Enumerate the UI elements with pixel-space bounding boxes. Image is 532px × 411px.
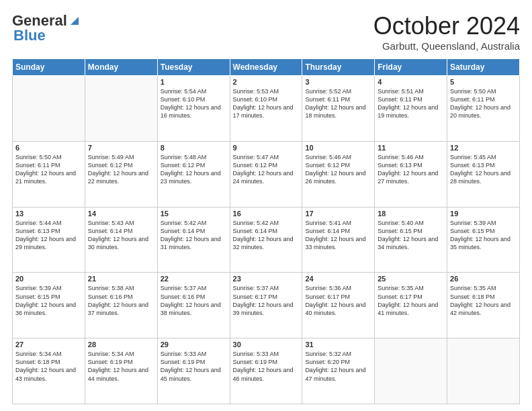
day-number: 8: [161, 144, 227, 152]
day-number: 14: [88, 210, 154, 218]
calendar-cell: 13Sunrise: 5:44 AM Sunset: 6:13 PM Dayli…: [13, 207, 85, 273]
calendar-cell: 8Sunrise: 5:48 AM Sunset: 6:12 PM Daylig…: [157, 141, 230, 207]
day-info: Sunrise: 5:50 AM Sunset: 6:11 PM Dayligh…: [450, 87, 517, 120]
calendar-cell: 26Sunrise: 5:35 AM Sunset: 6:18 PM Dayli…: [447, 273, 520, 338]
day-number: 15: [161, 210, 227, 218]
day-info: Sunrise: 5:36 AM Sunset: 6:17 PM Dayligh…: [305, 284, 371, 317]
day-info: Sunrise: 5:35 AM Sunset: 6:17 PM Dayligh…: [378, 284, 444, 317]
calendar-cell: 21Sunrise: 5:38 AM Sunset: 6:16 PM Dayli…: [85, 273, 157, 338]
calendar-cell: 22Sunrise: 5:37 AM Sunset: 6:16 PM Dayli…: [157, 273, 230, 338]
calendar-cell: 14Sunrise: 5:43 AM Sunset: 6:14 PM Dayli…: [85, 207, 157, 273]
title-block: October 2024 Garbutt, Queensland, Austra…: [373, 12, 520, 52]
calendar-cell: 30Sunrise: 5:33 AM Sunset: 6:19 PM Dayli…: [230, 338, 302, 404]
calendar-cell: [85, 76, 157, 142]
day-info: Sunrise: 5:50 AM Sunset: 6:11 PM Dayligh…: [15, 153, 82, 186]
day-info: Sunrise: 5:46 AM Sunset: 6:13 PM Dayligh…: [378, 153, 444, 186]
calendar-week-2: 6Sunrise: 5:50 AM Sunset: 6:11 PM Daylig…: [13, 141, 520, 207]
day-info: Sunrise: 5:37 AM Sunset: 6:17 PM Dayligh…: [233, 284, 300, 317]
calendar-cell: [447, 338, 520, 404]
day-info: Sunrise: 5:40 AM Sunset: 6:15 PM Dayligh…: [378, 219, 444, 252]
day-info: Sunrise: 5:35 AM Sunset: 6:18 PM Dayligh…: [450, 284, 517, 317]
day-number: 19: [450, 210, 517, 218]
day-number: 11: [378, 144, 444, 152]
day-number: 16: [233, 210, 300, 218]
calendar-cell: 31Sunrise: 5:32 AM Sunset: 6:20 PM Dayli…: [302, 338, 375, 404]
calendar-cell: 9Sunrise: 5:47 AM Sunset: 6:12 PM Daylig…: [230, 141, 302, 207]
day-info: Sunrise: 5:33 AM Sunset: 6:19 PM Dayligh…: [161, 350, 227, 383]
calendar-header-tuesday: Tuesday: [157, 59, 230, 76]
day-info: Sunrise: 5:34 AM Sunset: 6:19 PM Dayligh…: [88, 350, 154, 383]
day-info: Sunrise: 5:43 AM Sunset: 6:14 PM Dayligh…: [88, 219, 154, 252]
day-number: 29: [161, 340, 227, 349]
calendar-cell: 24Sunrise: 5:36 AM Sunset: 6:17 PM Dayli…: [302, 273, 375, 338]
calendar-cell: 5Sunrise: 5:50 AM Sunset: 6:11 PM Daylig…: [447, 76, 520, 142]
logo: General Blue: [12, 12, 81, 44]
day-number: 12: [450, 144, 517, 152]
day-info: Sunrise: 5:46 AM Sunset: 6:12 PM Dayligh…: [305, 153, 371, 186]
month-title: October 2024: [373, 12, 520, 40]
calendar-cell: 18Sunrise: 5:40 AM Sunset: 6:15 PM Dayli…: [375, 207, 447, 273]
calendar-cell: 28Sunrise: 5:34 AM Sunset: 6:19 PM Dayli…: [85, 338, 157, 404]
calendar-cell: 3Sunrise: 5:52 AM Sunset: 6:11 PM Daylig…: [302, 76, 375, 142]
calendar-cell: 4Sunrise: 5:51 AM Sunset: 6:11 PM Daylig…: [375, 76, 447, 142]
day-info: Sunrise: 5:39 AM Sunset: 6:15 PM Dayligh…: [450, 219, 517, 252]
calendar-header-friday: Friday: [375, 59, 447, 76]
day-number: 21: [88, 275, 154, 283]
calendar-cell: 20Sunrise: 5:39 AM Sunset: 6:15 PM Dayli…: [13, 273, 85, 338]
day-number: 4: [378, 78, 444, 86]
day-info: Sunrise: 5:48 AM Sunset: 6:12 PM Dayligh…: [161, 153, 227, 186]
calendar-header-sunday: Sunday: [13, 59, 85, 76]
day-info: Sunrise: 5:49 AM Sunset: 6:12 PM Dayligh…: [88, 153, 154, 186]
calendar-cell: 27Sunrise: 5:34 AM Sunset: 6:18 PM Dayli…: [13, 338, 85, 404]
calendar-cell: 2Sunrise: 5:53 AM Sunset: 6:10 PM Daylig…: [230, 76, 302, 142]
header: General Blue October 2024 Garbutt, Queen…: [12, 12, 520, 52]
calendar-week-3: 13Sunrise: 5:44 AM Sunset: 6:13 PM Dayli…: [13, 207, 520, 273]
calendar-cell: 1Sunrise: 5:54 AM Sunset: 6:10 PM Daylig…: [157, 76, 230, 142]
logo-icon: [69, 15, 81, 27]
day-info: Sunrise: 5:38 AM Sunset: 6:16 PM Dayligh…: [88, 284, 154, 317]
day-number: 30: [233, 340, 300, 349]
calendar-cell: 10Sunrise: 5:46 AM Sunset: 6:12 PM Dayli…: [302, 141, 375, 207]
calendar-header-monday: Monday: [85, 59, 157, 76]
calendar-cell: 11Sunrise: 5:46 AM Sunset: 6:13 PM Dayli…: [375, 141, 447, 207]
day-number: 3: [305, 78, 371, 86]
day-info: Sunrise: 5:42 AM Sunset: 6:14 PM Dayligh…: [161, 219, 227, 252]
day-info: Sunrise: 5:53 AM Sunset: 6:10 PM Dayligh…: [233, 87, 300, 120]
calendar-cell: 7Sunrise: 5:49 AM Sunset: 6:12 PM Daylig…: [85, 141, 157, 207]
day-number: 9: [233, 144, 300, 152]
day-number: 13: [15, 210, 82, 218]
page: General Blue October 2024 Garbutt, Queen…: [0, 0, 532, 411]
calendar-cell: 16Sunrise: 5:42 AM Sunset: 6:14 PM Dayli…: [230, 207, 302, 273]
day-info: Sunrise: 5:47 AM Sunset: 6:12 PM Dayligh…: [233, 153, 300, 186]
day-info: Sunrise: 5:33 AM Sunset: 6:19 PM Dayligh…: [233, 350, 300, 383]
calendar-cell: 15Sunrise: 5:42 AM Sunset: 6:14 PM Dayli…: [157, 207, 230, 273]
day-info: Sunrise: 5:39 AM Sunset: 6:15 PM Dayligh…: [15, 284, 82, 317]
calendar-cell: [13, 76, 85, 142]
calendar-week-5: 27Sunrise: 5:34 AM Sunset: 6:18 PM Dayli…: [13, 338, 520, 404]
day-number: 1: [161, 78, 227, 86]
calendar-cell: 17Sunrise: 5:41 AM Sunset: 6:14 PM Dayli…: [302, 207, 375, 273]
day-number: 18: [378, 210, 444, 218]
calendar-cell: 12Sunrise: 5:45 AM Sunset: 6:13 PM Dayli…: [447, 141, 520, 207]
calendar-header-row: SundayMondayTuesdayWednesdayThursdayFrid…: [13, 59, 520, 76]
day-info: Sunrise: 5:51 AM Sunset: 6:11 PM Dayligh…: [378, 87, 444, 120]
day-number: 22: [161, 275, 227, 283]
day-info: Sunrise: 5:37 AM Sunset: 6:16 PM Dayligh…: [161, 284, 227, 317]
day-number: 31: [305, 340, 371, 349]
day-number: 6: [15, 144, 82, 152]
calendar-cell: 29Sunrise: 5:33 AM Sunset: 6:19 PM Dayli…: [157, 338, 230, 404]
day-number: 17: [305, 210, 371, 218]
day-number: 24: [305, 275, 371, 283]
day-number: 26: [450, 275, 517, 283]
day-number: 25: [378, 275, 444, 283]
day-info: Sunrise: 5:54 AM Sunset: 6:10 PM Dayligh…: [161, 87, 227, 120]
calendar-cell: 6Sunrise: 5:50 AM Sunset: 6:11 PM Daylig…: [13, 141, 85, 207]
day-info: Sunrise: 5:42 AM Sunset: 6:14 PM Dayligh…: [233, 219, 300, 252]
day-number: 20: [15, 275, 82, 283]
day-info: Sunrise: 5:41 AM Sunset: 6:14 PM Dayligh…: [305, 219, 371, 252]
day-info: Sunrise: 5:44 AM Sunset: 6:13 PM Dayligh…: [15, 219, 82, 252]
day-info: Sunrise: 5:52 AM Sunset: 6:11 PM Dayligh…: [305, 87, 371, 120]
calendar-table: SundayMondayTuesdayWednesdayThursdayFrid…: [12, 58, 520, 404]
calendar-week-4: 20Sunrise: 5:39 AM Sunset: 6:15 PM Dayli…: [13, 273, 520, 338]
day-info: Sunrise: 5:32 AM Sunset: 6:20 PM Dayligh…: [305, 350, 371, 383]
